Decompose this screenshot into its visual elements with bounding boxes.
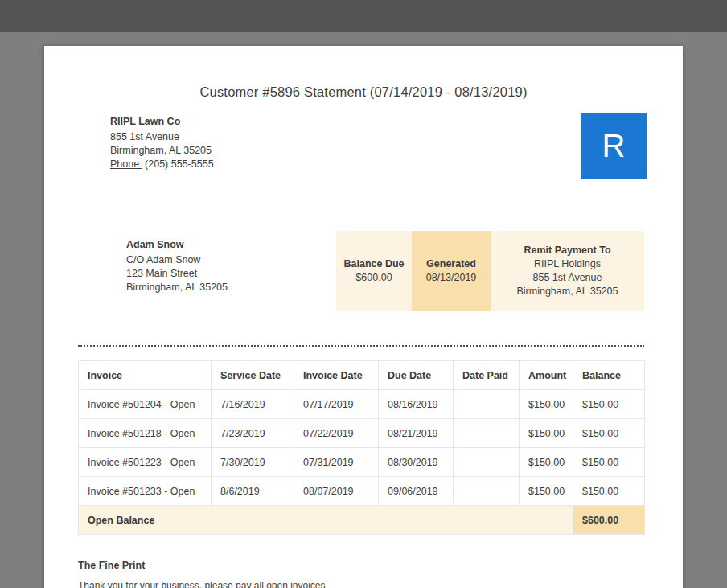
cell-amount: $150.00	[520, 390, 573, 419]
cell-invoice-date: 07/17/2019	[294, 390, 379, 419]
header-date-paid: Date Paid	[454, 361, 520, 390]
open-balance-total: $600.00	[573, 506, 645, 535]
header-invoice-date: Invoice Date	[294, 361, 379, 390]
company-info-block: RIIPL Lawn Co 855 1st Avenue Birmingham,…	[110, 115, 214, 171]
remit-payment-cell: Remit Payment To RIIPL Holdings 855 1st …	[491, 231, 644, 311]
viewer-top-bar	[0, 0, 727, 32]
company-address-line-1: 855 1st Avenue	[110, 130, 214, 144]
dotted-separator	[78, 345, 644, 347]
company-logo: R	[581, 113, 647, 179]
cell-invoice: Invoice #501218 - Open	[79, 419, 212, 448]
header-amount: Amount	[520, 361, 573, 390]
cell-service-date: 8/6/2019	[212, 477, 294, 506]
cell-invoice-date: 07/31/2019	[294, 448, 379, 477]
remit-line-1: RIIPL Holdings	[491, 257, 644, 271]
company-name: RIIPL Lawn Co	[110, 115, 214, 129]
payment-summary-box: Balance Due $600.00 Generated 08/13/2019…	[336, 231, 644, 311]
customer-line-1: C/O Adam Snow	[126, 253, 228, 267]
cell-date-paid	[454, 390, 520, 419]
cell-amount: $150.00	[520, 477, 573, 506]
fine-print-title: The Fine Print	[78, 560, 145, 571]
company-phone-line: Phone: (205) 555-5555	[110, 158, 214, 171]
header-due-date: Due Date	[379, 361, 454, 390]
cell-service-date: 7/30/2019	[212, 448, 294, 477]
open-balance-label: Open Balance	[79, 506, 573, 535]
cell-invoice: Invoice #501233 - Open	[79, 477, 212, 506]
cell-due-date: 08/21/2019	[379, 419, 454, 448]
cell-balance: $150.00	[573, 419, 645, 448]
customer-info-block: Adam Snow C/O Adam Snow 123 Main Street …	[126, 238, 228, 294]
cell-date-paid	[454, 448, 520, 477]
generated-cell: Generated 08/13/2019	[412, 231, 491, 311]
table-row: Invoice #501233 - Open 8/6/2019 08/07/20…	[79, 477, 645, 506]
cell-due-date: 08/16/2019	[379, 390, 454, 419]
remit-line-3: Birmingham, AL 35205	[491, 285, 644, 298]
logo-letter: R	[602, 128, 626, 164]
table-header-row: Invoice Service Date Invoice Date Due Da…	[79, 361, 645, 390]
cell-balance: $150.00	[573, 390, 645, 419]
invoice-table: Invoice Service Date Invoice Date Due Da…	[78, 360, 645, 535]
header-invoice: Invoice	[79, 361, 212, 390]
header-service-date: Service Date	[212, 361, 294, 390]
cell-invoice: Invoice #501204 - Open	[79, 390, 212, 419]
cell-date-paid	[454, 419, 520, 448]
statement-title: Customer #5896 Statement (07/14/2019 - 0…	[44, 84, 683, 100]
customer-name: Adam Snow	[126, 238, 228, 252]
generated-label: Generated	[412, 257, 491, 271]
cell-balance: $150.00	[573, 448, 645, 477]
cell-service-date: 7/16/2019	[212, 390, 294, 419]
cell-amount: $150.00	[520, 419, 573, 448]
cell-amount: $150.00	[520, 448, 573, 477]
phone-number: (205) 555-5555	[142, 158, 214, 170]
cell-balance: $150.00	[573, 477, 645, 506]
cell-invoice-date: 07/22/2019	[294, 419, 379, 448]
cell-due-date: 08/30/2019	[379, 448, 454, 477]
customer-line-2: 123 Main Street	[126, 267, 228, 281]
phone-label: Phone:	[110, 158, 142, 170]
table-row: Invoice #501223 - Open 7/30/2019 07/31/2…	[79, 448, 645, 477]
table-row: Invoice #501204 - Open 7/16/2019 07/17/2…	[79, 390, 645, 419]
company-address-line-2: Birmingham, AL 35205	[110, 144, 214, 158]
customer-line-3: Birmingham, AL 35205	[126, 281, 228, 294]
remit-line-2: 855 1st Avenue	[491, 271, 644, 285]
cell-date-paid	[454, 477, 520, 506]
open-balance-row: Open Balance $600.00	[79, 506, 645, 535]
generated-value: 08/13/2019	[412, 271, 491, 285]
cell-due-date: 09/06/2019	[379, 477, 454, 506]
table-row: Invoice #501218 - Open 7/23/2019 07/22/2…	[79, 419, 645, 448]
header-balance: Balance	[573, 361, 645, 390]
fine-print-text: Thank you for your business, please pay …	[78, 580, 326, 588]
balance-due-cell: Balance Due $600.00	[336, 231, 412, 311]
cell-service-date: 7/23/2019	[212, 419, 294, 448]
cell-invoice: Invoice #501223 - Open	[79, 448, 212, 477]
balance-due-value: $600.00	[336, 271, 412, 285]
statement-page: Customer #5896 Statement (07/14/2019 - 0…	[44, 46, 683, 588]
cell-invoice-date: 08/07/2019	[294, 477, 379, 506]
remit-label: Remit Payment To	[491, 244, 644, 257]
balance-due-label: Balance Due	[336, 257, 412, 271]
